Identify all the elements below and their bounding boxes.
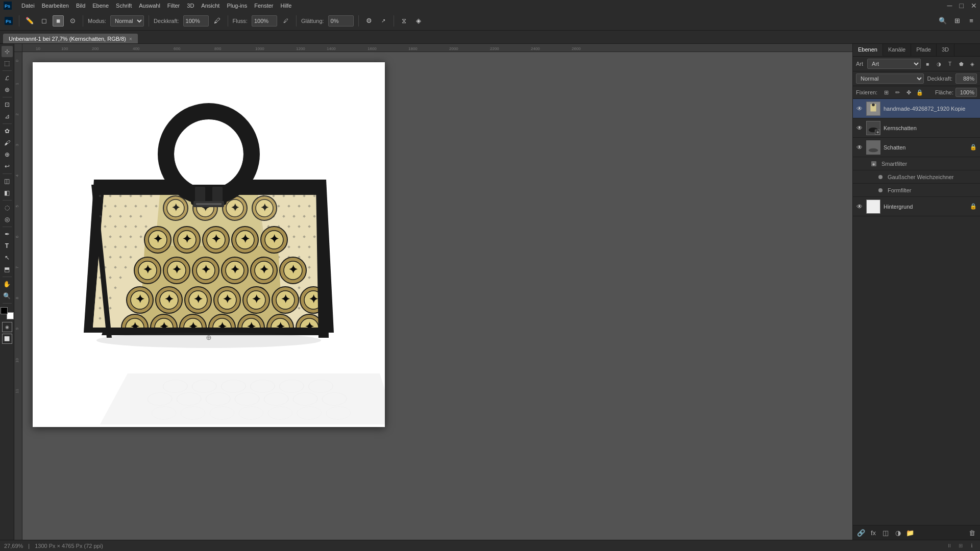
fg-bg-swatch[interactable] [1, 307, 14, 319]
menu-datei[interactable]: Datei [21, 3, 35, 9]
history-tool[interactable]: ↩ [2, 161, 13, 172]
add-fill-btn[interactable]: ◑ [893, 528, 903, 538]
tab-ebenen[interactable]: Ebenen [853, 44, 883, 56]
path-select-tool[interactable]: ↖ [2, 252, 13, 263]
layer-icon-adj[interactable]: ◑ [934, 59, 943, 68]
brush-tool-icon[interactable]: ✏️ [24, 15, 35, 27]
home-tool[interactable]: Ps [3, 15, 14, 27]
info-btn[interactable]: ℹ [968, 542, 976, 550]
settings-icon[interactable]: ⚙ [363, 15, 375, 27]
menu-filter[interactable]: Filter [167, 3, 180, 9]
gauss-blur-item[interactable]: Gaußscher Weichzeichner [853, 170, 980, 184]
search-icon[interactable]: 🔍 [937, 15, 948, 27]
brush-tool[interactable]: 🖌 [2, 137, 13, 148]
menu-auswahl[interactable]: Auswahl [139, 3, 160, 9]
symmetry-icon[interactable]: ⧖ [399, 15, 410, 27]
canvas-scroll[interactable]: 0 1 2 3 4 5 6 7 8 9 10 11 [14, 52, 852, 540]
layer-item-hintergrund[interactable]: 👁 Hintergrund 🔒 [853, 197, 980, 216]
layer-vis-4[interactable]: 👁 [856, 203, 863, 210]
background-color-swatch[interactable] [7, 312, 14, 319]
menu-ebene[interactable]: Ebene [92, 3, 109, 9]
blend-mode-select[interactable]: Normal [856, 73, 924, 84]
layer-icon-text[interactable]: T [945, 59, 954, 68]
layer-item-schatten[interactable]: 👁 Schatten 🔒 [853, 138, 980, 157]
deckkraft-input[interactable] [183, 15, 209, 27]
tab-close-btn[interactable]: × [129, 36, 132, 42]
deckkraft-pen-icon[interactable]: 🖊 [212, 15, 223, 27]
blur-tool[interactable]: ◌ [2, 202, 13, 213]
foreground-color-swatch[interactable] [1, 307, 8, 314]
maximize-button[interactable]: □ [960, 2, 964, 10]
add-style-btn[interactable]: fx [868, 528, 878, 538]
crop-tool[interactable]: ⊡ [2, 99, 13, 110]
layer-vis-2[interactable]: 👁 [856, 124, 863, 132]
lock-all-btn[interactable]: 🔒 [915, 88, 924, 97]
grid-btn[interactable]: ⊞ [957, 542, 965, 550]
menu-bild[interactable]: Bild [76, 3, 85, 9]
shape-tool[interactable]: ⬒ [2, 264, 13, 275]
spot-heal-tool[interactable]: ✿ [2, 126, 13, 137]
timeline-btn[interactable]: ⏸ [945, 542, 953, 550]
pressure-tool-icon[interactable]: ⊙ [67, 15, 78, 27]
layer-icon-shape[interactable]: ⬟ [957, 59, 966, 68]
modus-select[interactable]: Normal [110, 15, 144, 27]
delete-layer-btn[interactable]: 🗑 [967, 528, 977, 538]
link-layers-btn[interactable]: 🔗 [856, 528, 866, 538]
tab-pfade[interactable]: Pfade [911, 44, 937, 56]
menu-ansicht[interactable]: Ansicht [201, 3, 219, 9]
arrange-icon[interactable]: ⊞ [951, 15, 963, 27]
text-tool[interactable]: T [2, 240, 13, 252]
dodge-tool[interactable]: ◎ [2, 214, 13, 225]
reference-icon[interactable]: ◈ [413, 15, 424, 27]
deckkraft-value-input[interactable] [955, 73, 977, 84]
more-icon[interactable]: ≡ [966, 15, 977, 27]
close-button[interactable]: ✕ [971, 2, 977, 10]
fluss-pen-icon[interactable]: 🖊 [280, 15, 291, 27]
quick-select-tool[interactable]: ⊛ [2, 84, 13, 95]
select-tool[interactable]: ⊹ [2, 46, 13, 57]
active-tab[interactable]: Unbenannt-1 bei 27,7% (Kernschatten, RGB… [3, 34, 138, 43]
tab-3d[interactable]: 3D [937, 44, 954, 56]
menu-fenster[interactable]: Fenster [254, 3, 273, 9]
fluss-input[interactable] [252, 15, 277, 27]
clone-tool[interactable]: ⊕ [2, 149, 13, 160]
lock-position-btn[interactable]: ✤ [904, 88, 913, 97]
deckkraft-label: Deckkraft: [154, 18, 179, 24]
zoom-tool[interactable]: 🔍 [2, 290, 13, 302]
lock-paint-btn[interactable]: ✏ [893, 88, 902, 97]
layer-vis-3[interactable]: 👁 [856, 144, 863, 151]
lasso-tool[interactable]: 𝓛 [2, 72, 13, 84]
add-mask-btn[interactable]: ◫ [880, 528, 891, 538]
glaettung-input[interactable] [328, 15, 354, 27]
pen-tool[interactable]: ✒ [2, 229, 13, 240]
minimize-button[interactable]: ─ [947, 2, 952, 10]
formfilter-item[interactable]: Formfilter [853, 184, 980, 197]
layer-icon-smart[interactable]: ◈ [968, 59, 977, 68]
menu-schrift[interactable]: Schrift [116, 3, 132, 9]
tab-kanale[interactable]: Kanäle [883, 44, 911, 56]
select-rect-tool[interactable]: ⬚ [2, 58, 13, 69]
menu-bearbeiten[interactable]: Bearbeiten [42, 3, 69, 9]
gradient-tool[interactable]: ◧ [2, 187, 13, 198]
angle-icon[interactable]: ↗ [378, 15, 389, 27]
layer-item-handmade[interactable]: 👁 handmade-4926872_1920 Kopie [853, 99, 980, 118]
layer-item-kernschatten[interactable]: 👁 ◈ Kernschatten [853, 118, 980, 138]
eraser-tool-icon[interactable]: ◻ [38, 15, 50, 27]
mask-tool-icon[interactable]: ◼ [53, 15, 64, 27]
lock-pixels-btn[interactable]: ⊞ [881, 88, 891, 97]
layer-icon-solid[interactable]: ■ [923, 59, 932, 68]
canvas[interactable]: ✿ ✿ ✿ [33, 62, 385, 427]
quick-mask-btn[interactable]: ◉ [2, 322, 12, 332]
menu-3d[interactable]: 3D [187, 3, 194, 9]
flaeche-input[interactable] [955, 88, 977, 97]
add-group-btn[interactable]: 📁 [905, 528, 915, 538]
menu-hilfe[interactable]: Hilfe [280, 3, 291, 9]
smartfilter-item[interactable]: ◈ Smartfilter [853, 157, 980, 170]
hand-tool[interactable]: ✋ [2, 279, 13, 290]
menu-plugins[interactable]: Plug-ins [227, 3, 247, 9]
screen-mode-btn[interactable]: ⬜ [2, 334, 12, 344]
layer-type-select[interactable]: Art [867, 59, 921, 69]
layer-vis-1[interactable]: 👁 [856, 105, 863, 112]
eraser-tool[interactable]: ◫ [2, 176, 13, 187]
eyedropper-tool[interactable]: ⊿ [2, 111, 13, 122]
